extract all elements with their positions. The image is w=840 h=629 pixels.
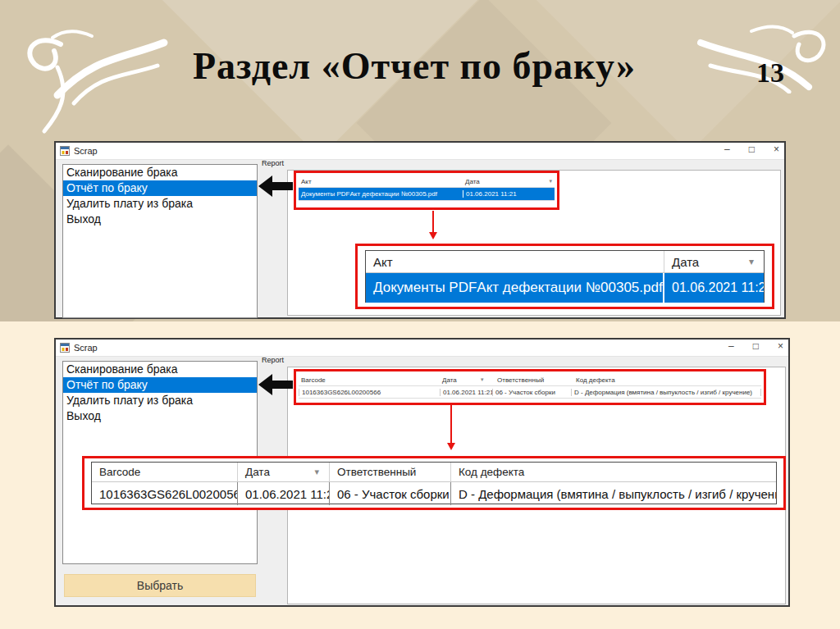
column-header-date[interactable]: Дата ▾ [238, 463, 330, 481]
table-row-selected[interactable]: Документы PDFАкт дефектации №00305.pdf 0… [366, 273, 764, 303]
close-button[interactable]: × [778, 340, 783, 352]
menu-item-delete[interactable]: Удалить плату из брака [63, 196, 257, 212]
column-header-akt[interactable]: Акт [299, 178, 463, 185]
report-groupbox-label: Report [262, 159, 284, 167]
column-header-barcode[interactable]: Barcode [299, 376, 440, 384]
app-icon [60, 146, 70, 156]
menu-item-exit[interactable]: Выход [63, 212, 257, 227]
cell-document: Документы PDFАкт дефектации №00305.pdf [299, 190, 463, 198]
column-header-date[interactable]: Дата [463, 178, 528, 185]
menu-listbox: Сканирование брака Отчёт по браку Удалит… [62, 164, 258, 318]
maximize-button[interactable]: □ [749, 144, 755, 155]
table-header-row[interactable]: Barcode Дата ▾ Ответственный Код дефекта [299, 374, 761, 386]
column-header-akt[interactable]: Акт [366, 251, 664, 272]
minimize-button[interactable]: – [728, 340, 734, 352]
menu-item-scan[interactable]: Сканирование брака [63, 362, 257, 377]
report-table-zoomed: Акт Дата ▾ Документы PDFАкт дефектации №… [365, 250, 765, 303]
cell-date: 01.06.2021 11:21 [440, 389, 492, 396]
cell-responsible: 06 - Участок сборки [492, 389, 571, 396]
report-groupbox-label: Report [262, 356, 284, 364]
cell-date: 01.06.2021 11:21 [463, 190, 553, 198]
report-table-zoomed: Barcode Дата ▾ Ответственный Код дефекта… [91, 462, 777, 504]
annotation-red-box: Акт Дата ▾ Документы PDFАкт дефектации №… [294, 171, 559, 210]
menu-item-scan[interactable]: Сканирование брака [63, 165, 257, 180]
cell-defect: D - Деформация (вмятина / выпуклость / и… [571, 389, 761, 396]
menu-item-report[interactable]: Отчёт по браку [63, 180, 257, 196]
red-arrow-down [432, 211, 434, 237]
cell-date: 01.06.2021 11:21 [664, 273, 764, 303]
cell-barcode: 1016363GS626L00200566 [299, 389, 440, 396]
menu-item-exit[interactable]: Выход [63, 408, 257, 424]
cell-defect: D - Деформация (вмятина / выпуклость / и… [451, 482, 776, 505]
column-header-responsible[interactable]: Ответственный [330, 463, 451, 481]
table-row[interactable]: 1016363GS626L00200566 01.06.2021 11:21 0… [92, 482, 776, 505]
table-row-selected[interactable]: Документы PDFАкт дефектации №00305.pdf 0… [299, 188, 555, 201]
close-button[interactable]: × [774, 144, 779, 155]
zoom-callout-1: Акт Дата ▾ Документы PDFАкт дефектации №… [355, 244, 774, 309]
sort-desc-icon: ▾ [749, 256, 756, 267]
window-title: Scrap [74, 343, 98, 353]
column-header-defect[interactable]: Код дефекта [573, 376, 761, 384]
title-bar[interactable]: Scrap – □ × [56, 340, 788, 357]
maximize-button[interactable]: □ [753, 340, 759, 352]
title-bar[interactable]: Scrap – □ × [56, 143, 784, 160]
cell-responsible: 06 - Участок сборки [330, 482, 451, 505]
table-row[interactable]: 1016363GS626L00200566 01.06.2021 11:21 0… [299, 386, 761, 399]
app-icon [60, 343, 70, 353]
table-header-row[interactable]: Акт Дата ▾ [299, 175, 555, 188]
cell-document: Документы PDFАкт дефектации №00305.pdf [366, 273, 664, 303]
sort-desc-icon: ▾ [481, 376, 495, 383]
black-left-arrow-icon [258, 372, 293, 397]
red-arrow-down [450, 404, 452, 448]
menu-item-delete[interactable]: Удалить плату из брака [63, 393, 257, 408]
cell-date: 01.06.2021 11:21 [238, 482, 330, 505]
report-table-small: Barcode Дата ▾ Ответственный Код дефекта… [299, 374, 761, 400]
column-header-date[interactable]: Дата ▾ [664, 251, 764, 272]
page-title: Раздел «Отчет по браку» [98, 44, 730, 88]
minimize-button[interactable]: – [724, 144, 730, 155]
zoom-callout-2: Barcode Дата ▾ Ответственный Код дефекта… [82, 456, 786, 510]
presentation-slide: Раздел «Отчет по браку» 13 Scrap – □ × С… [0, 0, 840, 629]
report-table-small: Акт Дата ▾ Документы PDFАкт дефектации №… [299, 175, 555, 205]
black-left-arrow-icon [258, 174, 293, 198]
column-header-responsible[interactable]: Ответственный [495, 376, 573, 384]
column-header-defect[interactable]: Код дефекта [451, 463, 776, 481]
window-title: Scrap [74, 146, 98, 156]
menu-item-report[interactable]: Отчёт по браку [63, 377, 257, 393]
column-header-barcode[interactable]: Barcode [92, 463, 238, 481]
select-button[interactable]: Выбрать [64, 574, 256, 597]
column-header-date[interactable]: Дата [440, 376, 481, 384]
cell-barcode: 1016363GS626L00200566 [92, 482, 238, 505]
sort-desc-icon: ▾ [549, 178, 555, 185]
annotation-red-box: Barcode Дата ▾ Ответственный Код дефекта… [294, 369, 766, 405]
sort-desc-icon: ▾ [314, 467, 322, 477]
page-number: 13 [756, 57, 784, 89]
